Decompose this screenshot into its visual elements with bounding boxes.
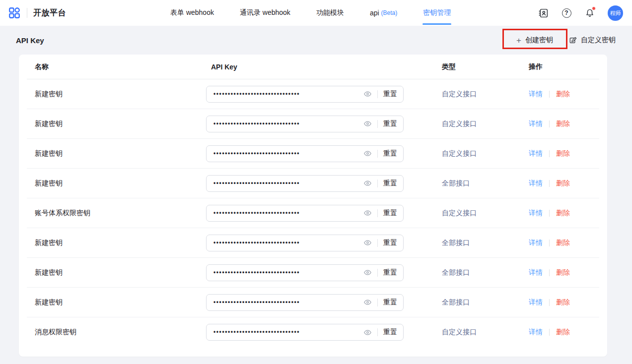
table-row: 新建密钥 •••••••••••••••••••••••••••••• 重置 全… bbox=[27, 258, 599, 288]
ops-divider bbox=[549, 329, 550, 336]
detail-link[interactable]: 详情 bbox=[529, 149, 543, 158]
eye-icon[interactable] bbox=[363, 268, 372, 277]
ops-divider bbox=[549, 210, 550, 217]
key-name: 新建密钥 bbox=[35, 149, 206, 158]
tab-api[interactable]: api (Beta) bbox=[370, 0, 397, 26]
masked-api-key: •••••••••••••••••••••••••••••• bbox=[213, 180, 363, 186]
app-title: 开放平台 bbox=[33, 8, 66, 18]
ops-divider bbox=[549, 240, 550, 246]
app-grid-icon[interactable] bbox=[8, 6, 21, 19]
column-header-type: 类型 bbox=[438, 62, 525, 71]
beta-badge: (Beta) bbox=[381, 9, 398, 16]
tab-form-webhook[interactable]: 表单 webhook bbox=[170, 0, 214, 26]
detail-link[interactable]: 详情 bbox=[529, 239, 543, 247]
detail-link[interactable]: 详情 bbox=[529, 209, 543, 218]
delete-link[interactable]: 删除 bbox=[556, 298, 570, 307]
create-key-button[interactable]: + 创建密钥 bbox=[509, 32, 560, 49]
reset-button[interactable]: 重置 bbox=[383, 268, 397, 277]
plus-icon: + bbox=[516, 36, 521, 45]
tab-key-management[interactable]: 密钥管理 bbox=[423, 0, 451, 26]
key-type: 自定义接口 bbox=[438, 90, 525, 99]
column-header-apikey: API Key bbox=[206, 63, 438, 71]
api-key-field: •••••••••••••••••••••••••••••• 重置 bbox=[206, 294, 404, 311]
api-key-field: •••••••••••••••••••••••••••••• 重置 bbox=[206, 116, 404, 132]
reset-button[interactable]: 重置 bbox=[383, 179, 397, 188]
table-body: 新建密钥 •••••••••••••••••••••••••••••• 重置 自… bbox=[19, 79, 607, 347]
reset-button[interactable]: 重置 bbox=[383, 120, 397, 128]
reset-button[interactable]: 重置 bbox=[383, 209, 397, 218]
ops-divider bbox=[549, 269, 550, 276]
detail-link[interactable]: 详情 bbox=[529, 120, 543, 128]
tab-contacts-webhook[interactable]: 通讯录 webhook bbox=[240, 0, 290, 26]
key-name: 新建密钥 bbox=[35, 268, 206, 277]
masked-api-key: •••••••••••••••••••••••••••••• bbox=[213, 239, 363, 246]
key-type: 自定义接口 bbox=[438, 120, 525, 128]
key-type: 自定义接口 bbox=[438, 209, 525, 218]
reset-button[interactable]: 重置 bbox=[383, 328, 397, 337]
eye-icon[interactable] bbox=[363, 328, 372, 337]
eye-icon[interactable] bbox=[363, 298, 372, 307]
detail-link[interactable]: 详情 bbox=[529, 268, 543, 277]
reset-button[interactable]: 重置 bbox=[383, 90, 397, 99]
delete-link[interactable]: 删除 bbox=[556, 268, 570, 277]
brand: 开放平台 bbox=[8, 6, 66, 19]
avatar[interactable]: 程师 bbox=[608, 5, 623, 21]
detail-link[interactable]: 详情 bbox=[529, 90, 543, 99]
key-type: 全部接口 bbox=[438, 239, 525, 247]
masked-api-key: •••••••••••••••••••••••••••••• bbox=[213, 150, 363, 157]
help-icon[interactable]: ? bbox=[561, 7, 572, 18]
field-divider bbox=[377, 328, 378, 336]
key-type: 自定义接口 bbox=[438, 149, 525, 158]
field-divider bbox=[377, 120, 378, 128]
key-type: 自定义接口 bbox=[438, 328, 525, 337]
table-row: 新建密钥 •••••••••••••••••••••••••••••• 重置 全… bbox=[27, 228, 599, 258]
delete-link[interactable]: 删除 bbox=[556, 179, 570, 188]
delete-link[interactable]: 删除 bbox=[556, 328, 570, 337]
api-key-field: •••••••••••••••••••••••••••••• 重置 bbox=[206, 175, 404, 192]
field-divider bbox=[377, 269, 378, 277]
ops-divider bbox=[549, 299, 550, 306]
delete-link[interactable]: 删除 bbox=[556, 239, 570, 247]
app-header: 开放平台 表单 webhook 通讯录 webhook 功能模块 api (Be… bbox=[0, 0, 632, 26]
delete-link[interactable]: 删除 bbox=[556, 90, 570, 99]
reset-button[interactable]: 重置 bbox=[383, 298, 397, 307]
reset-button[interactable]: 重置 bbox=[383, 239, 397, 247]
edit-pencil-icon bbox=[569, 36, 577, 45]
eye-icon[interactable] bbox=[363, 179, 372, 188]
reset-button[interactable]: 重置 bbox=[383, 149, 397, 158]
api-key-field: •••••••••••••••••••••••••••••• 重置 bbox=[206, 86, 404, 103]
table-row: 新建密钥 •••••••••••••••••••••••••••••• 重置 全… bbox=[27, 169, 599, 198]
delete-link[interactable]: 删除 bbox=[556, 149, 570, 158]
eye-icon[interactable] bbox=[363, 90, 372, 99]
custom-key-button[interactable]: 自定义密钥 bbox=[569, 36, 616, 45]
contact-book-icon[interactable] bbox=[538, 7, 549, 18]
nav-tabs: 表单 webhook 通讯录 webhook 功能模块 api (Beta) 密… bbox=[170, 0, 451, 26]
detail-link[interactable]: 详情 bbox=[529, 328, 543, 337]
delete-link[interactable]: 删除 bbox=[556, 120, 570, 128]
ops-divider bbox=[549, 121, 550, 127]
detail-link[interactable]: 详情 bbox=[529, 179, 543, 188]
delete-link[interactable]: 删除 bbox=[556, 209, 570, 218]
eye-icon[interactable] bbox=[363, 209, 372, 218]
eye-icon[interactable] bbox=[363, 120, 372, 128]
ops-divider bbox=[549, 91, 550, 98]
field-divider bbox=[377, 180, 378, 187]
table-row: 新建密钥 •••••••••••••••••••••••••••••• 重置 自… bbox=[27, 139, 599, 169]
page-title: API Key bbox=[16, 36, 44, 45]
table-row: 消息权限密钥 •••••••••••••••••••••••••••••• 重置… bbox=[27, 317, 599, 347]
column-header-operations: 操作 bbox=[525, 62, 599, 71]
api-key-field: •••••••••••••••••••••••••••••• 重置 bbox=[206, 264, 404, 281]
table-row: 新建密钥 •••••••••••••••••••••••••••••• 重置 全… bbox=[27, 288, 599, 317]
eye-icon[interactable] bbox=[363, 149, 372, 158]
key-name: 消息权限密钥 bbox=[35, 328, 206, 337]
toolbar-actions: + 创建密钥 自定义密钥 bbox=[509, 32, 616, 49]
eye-icon[interactable] bbox=[363, 239, 372, 247]
key-type: 全部接口 bbox=[438, 179, 525, 188]
detail-link[interactable]: 详情 bbox=[529, 298, 543, 307]
tab-feature-modules[interactable]: 功能模块 bbox=[316, 0, 344, 26]
key-name: 新建密钥 bbox=[35, 120, 206, 128]
notification-bell-icon[interactable] bbox=[584, 7, 595, 18]
key-name: 账号体系权限密钥 bbox=[35, 209, 206, 218]
masked-api-key: •••••••••••••••••••••••••••••• bbox=[213, 269, 363, 276]
field-divider bbox=[377, 299, 378, 306]
